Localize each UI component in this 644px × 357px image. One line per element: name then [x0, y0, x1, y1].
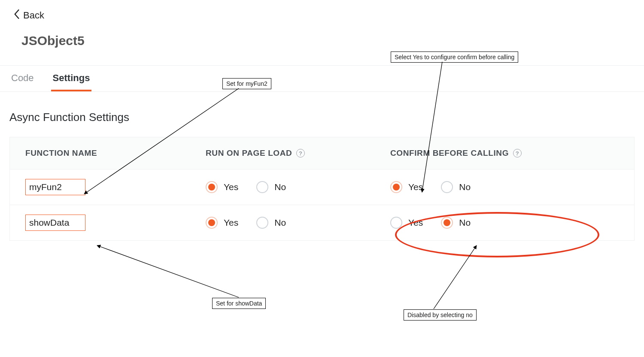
radio-confirm-no[interactable]: No — [441, 181, 471, 193]
function-name-showdata: showData — [25, 215, 85, 231]
tab-bar: Code Settings — [0, 65, 644, 92]
radio-dot-icon — [206, 217, 218, 229]
annotation-callout: Set for myFun2 — [222, 78, 271, 89]
help-icon[interactable]: ? — [296, 149, 305, 157]
col-run-on-page-load: RUN ON PAGE LOAD ? — [206, 148, 390, 158]
radio-label: No — [274, 218, 286, 228]
radio-label: Yes — [224, 218, 238, 228]
radio-label: No — [459, 182, 471, 192]
run-radio-group-showdata: Yes No — [206, 217, 390, 229]
back-button[interactable]: Back — [14, 9, 44, 21]
radio-run-no[interactable]: No — [256, 181, 286, 193]
radio-run-no[interactable]: No — [256, 217, 286, 229]
tab-settings[interactable]: Settings — [51, 66, 92, 91]
radio-dot-icon — [256, 217, 268, 229]
col-run-label: RUN ON PAGE LOAD — [206, 148, 292, 158]
page-title: JSObject5 — [21, 33, 632, 48]
function-name-myfun2: myFun2 — [25, 179, 85, 195]
run-radio-group-myfun2: Yes No — [206, 181, 390, 193]
radio-label: Yes — [408, 182, 423, 192]
table-header: FUNCTION NAME RUN ON PAGE LOAD ? CONFIRM… — [10, 137, 634, 169]
tab-code[interactable]: Code — [9, 66, 36, 91]
radio-label: Yes — [224, 182, 238, 192]
radio-confirm-yes[interactable]: Yes — [390, 181, 423, 193]
col-confirm-before-calling: CONFIRM BEFORE CALLING ? — [390, 148, 619, 158]
radio-dot-icon — [390, 181, 402, 193]
section-title: Async Function Settings — [9, 111, 635, 124]
annotation-callout: Disabled by selecting no — [404, 309, 477, 321]
annotation-ellipse — [395, 212, 599, 257]
table-row: myFun2 Yes No Yes No — [10, 169, 634, 205]
radio-dot-icon — [206, 181, 218, 193]
chevron-left-icon — [14, 9, 20, 21]
col-function-name: FUNCTION NAME — [25, 148, 206, 158]
radio-run-yes[interactable]: Yes — [206, 181, 238, 193]
radio-dot-icon — [256, 181, 268, 193]
svg-line-2 — [97, 245, 239, 297]
col-function-name-label: FUNCTION NAME — [25, 148, 97, 158]
annotation-callout: Select Yes to configure confirm before c… — [391, 51, 518, 63]
help-icon[interactable]: ? — [513, 149, 522, 157]
col-confirm-label: CONFIRM BEFORE CALLING — [390, 148, 509, 158]
radio-label: No — [274, 182, 286, 192]
annotation-callout: Set for showData — [212, 298, 266, 309]
radio-run-yes[interactable]: Yes — [206, 217, 238, 229]
back-label: Back — [23, 10, 44, 21]
radio-dot-icon — [441, 181, 453, 193]
confirm-radio-group-myfun2: Yes No — [390, 181, 619, 193]
